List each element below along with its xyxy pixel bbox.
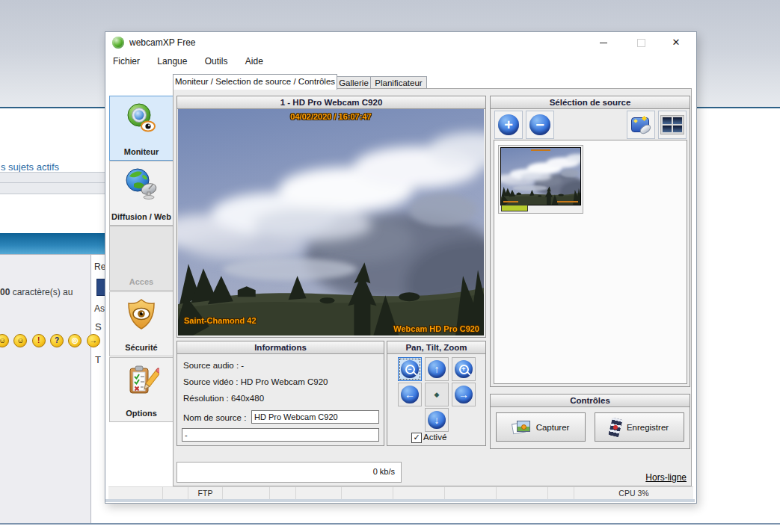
- zoom-in-button[interactable]: +: [452, 357, 476, 381]
- center-diamond-icon: ◆: [434, 391, 440, 398]
- status-cell: [393, 487, 445, 500]
- webcam-video-feed: 04/02/2020 / 16:07:47 Saint-Chamond 42 W…: [178, 109, 484, 335]
- status-cell-ftp: FTP: [188, 487, 223, 500]
- emoticon-tongue-icon[interactable]: ☺: [0, 334, 9, 347]
- arrow-up-icon: ↑: [428, 360, 446, 378]
- emoticon-idea-icon[interactable]: ◎: [68, 334, 82, 347]
- thumb-location-overlay: [503, 201, 518, 202]
- char-count-text: 00 caractère(s) au: [0, 287, 73, 297]
- capture-label: Capturer: [536, 423, 570, 432]
- tab-moniteur[interactable]: Moniteur / Selection de source / Contrôl…: [173, 74, 337, 90]
- menu-aide[interactable]: Aide: [238, 53, 271, 66]
- partial-text-t: T: [95, 354, 101, 365]
- emoticon-exclamation-icon[interactable]: !: [32, 334, 46, 347]
- arrow-right-icon: →: [455, 386, 473, 403]
- source-thumbnail-image: [500, 147, 581, 205]
- tilt-down-button[interactable]: ↓: [425, 408, 449, 432]
- maximize-icon: [637, 39, 645, 47]
- monitor-tab-page: 1 - HD Pro Webcam C920: [173, 88, 692, 486]
- menu-bar: Fichier Langue Outils Aide: [105, 53, 696, 71]
- record-button[interactable]: Enregistrer: [595, 412, 684, 442]
- emoticon-wink-icon[interactable]: ☺: [13, 334, 27, 347]
- status-cell: [497, 487, 548, 500]
- sidebar-item-moniteur[interactable]: Moniteur: [109, 96, 173, 161]
- emoticon-question-icon[interactable]: ?: [50, 334, 64, 347]
- close-button[interactable]: ✕: [660, 32, 692, 53]
- source-name-label: Nom de source :: [183, 413, 246, 422]
- webcam-scene: [178, 109, 484, 335]
- sidebar-label: Acces: [110, 277, 173, 286]
- ptz-header: Pan, Tilt, Zoom: [387, 341, 485, 354]
- video-source-text: Source vidéo : HD Pro Webcam C920: [183, 377, 328, 386]
- resolution-text: Résolution : 640x480: [183, 394, 264, 403]
- timestamp-overlay: 04/02/2020 / 16:07:47: [178, 112, 484, 121]
- shield-eye-icon: [123, 297, 159, 332]
- menu-fichier[interactable]: Fichier: [105, 53, 147, 66]
- status-cell-cpu: CPU 3%: [574, 487, 693, 500]
- webcam-scene: [501, 148, 580, 205]
- source-thumbnail[interactable]: [498, 145, 583, 214]
- sidebar-item-options[interactable]: Options: [109, 357, 173, 422]
- menu-langue[interactable]: Langue: [150, 53, 194, 66]
- title-bar[interactable]: webcamXP Free ✕: [105, 32, 696, 53]
- sidebar-item-securite[interactable]: Sécurité: [109, 291, 173, 356]
- arrow-left-icon: ←: [401, 386, 419, 403]
- window-bottom-frame: [105, 499, 695, 502]
- thumb-camera-overlay: [557, 201, 578, 202]
- photo-icon: [512, 420, 530, 435]
- active-topics-link[interactable]: s sujets actifs: [1, 161, 59, 173]
- thumb-timestamp-overlay: [531, 149, 550, 151]
- maximize-button[interactable]: [625, 32, 657, 53]
- status-cell: [296, 487, 342, 500]
- sidebar-label: Sécurité: [110, 343, 173, 352]
- status-cell: [270, 487, 296, 500]
- location-overlay: Saint-Chamond 42: [184, 316, 257, 325]
- status-cell: [223, 487, 270, 500]
- controls-header: Contrôles: [491, 395, 690, 407]
- emoticon-row: ☺ ☺ ! ? ◎ →: [0, 334, 102, 347]
- window-title: webcamXP Free: [129, 37, 195, 48]
- add-source-button[interactable]: +: [494, 111, 523, 139]
- video-panel-header: 1 - HD Pro Webcam C920: [177, 96, 485, 109]
- informations-header: Informations: [177, 341, 384, 354]
- source-name-input[interactable]: [251, 410, 379, 424]
- record-label: Enregistrer: [627, 423, 669, 432]
- status-cell: [548, 487, 574, 500]
- tilt-up-button[interactable]: ↑: [425, 357, 449, 381]
- emoticon-arrow-icon[interactable]: →: [87, 334, 100, 347]
- grid-layout-icon: [660, 115, 684, 134]
- sidebar-item-acces: Acces: [109, 226, 173, 291]
- ptz-panel: Pan, Tilt, Zoom − ↑ + ← ◆ → ↓ ✓ Activé: [387, 341, 486, 446]
- pan-right-button[interactable]: →: [452, 383, 476, 406]
- center-button[interactable]: ◆: [425, 383, 449, 406]
- remove-source-button[interactable]: −: [526, 111, 554, 139]
- camera-name-overlay: Webcam HD Pro C920: [393, 324, 479, 333]
- source-list: [494, 140, 687, 384]
- menu-outils[interactable]: Outils: [197, 53, 236, 66]
- partial-text-as: As: [94, 303, 105, 314]
- connection-status-link[interactable]: Hors-ligne: [562, 472, 687, 483]
- pan-left-button[interactable]: ←: [398, 383, 422, 406]
- page-bottom-line: [0, 523, 780, 525]
- arrow-down-icon: ↓: [428, 411, 446, 429]
- forum-header-bar: [0, 233, 105, 254]
- effects-button[interactable]: [627, 111, 655, 139]
- globe-satellite-icon: [123, 166, 159, 202]
- video-panel: 1 - HD Pro Webcam C920: [176, 96, 486, 338]
- source-description-input[interactable]: [182, 428, 379, 442]
- status-cell: [108, 487, 163, 500]
- status-bar: FTP CPU 3%: [108, 486, 693, 500]
- minimize-button[interactable]: [588, 32, 619, 53]
- capture-button[interactable]: Capturer: [496, 412, 586, 442]
- ptz-active-checkbox[interactable]: ✓: [411, 433, 422, 443]
- magnifier-plus-icon: +: [459, 365, 469, 374]
- audio-source-text: Source audio : -: [183, 361, 244, 370]
- sidebar-item-diffusion-web[interactable]: Diffusion / Web: [109, 161, 173, 226]
- page-row: [0, 172, 105, 183]
- minus-icon: −: [529, 114, 550, 135]
- multiview-button[interactable]: [658, 111, 687, 139]
- image-wand-icon: [631, 116, 651, 134]
- plus-icon: +: [498, 114, 519, 135]
- app-icon: [112, 37, 124, 49]
- zoom-out-button[interactable]: −: [398, 357, 422, 381]
